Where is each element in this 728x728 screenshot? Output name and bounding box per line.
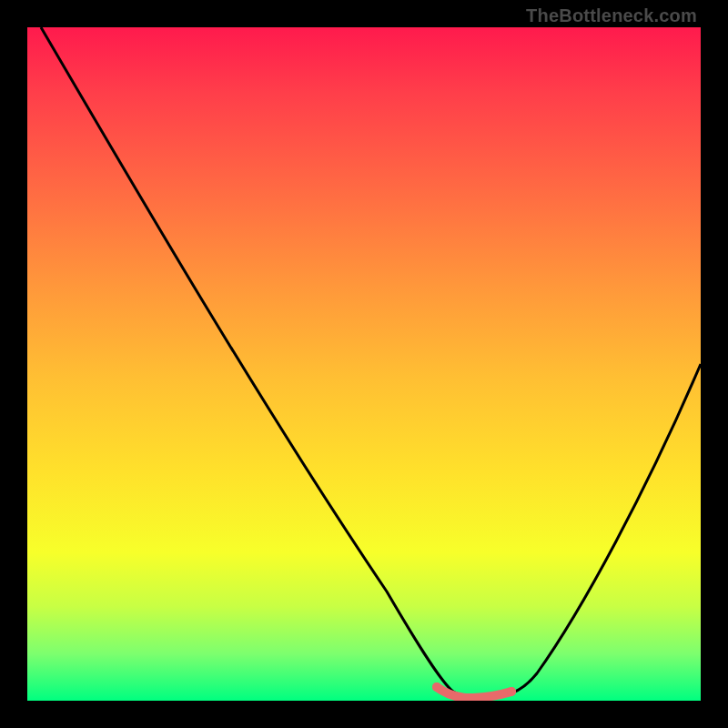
highlight-endpoint-right bbox=[507, 687, 516, 696]
bottleneck-curve-highlight bbox=[437, 687, 511, 698]
bottleneck-curve bbox=[41, 27, 701, 697]
watermark-text: TheBottleneck.com bbox=[526, 5, 697, 26]
highlight-endpoint-left bbox=[432, 682, 441, 692]
chart-frame: TheBottleneck.com bbox=[0, 0, 728, 728]
curve-layer bbox=[27, 27, 701, 701]
plot-area bbox=[27, 27, 701, 701]
